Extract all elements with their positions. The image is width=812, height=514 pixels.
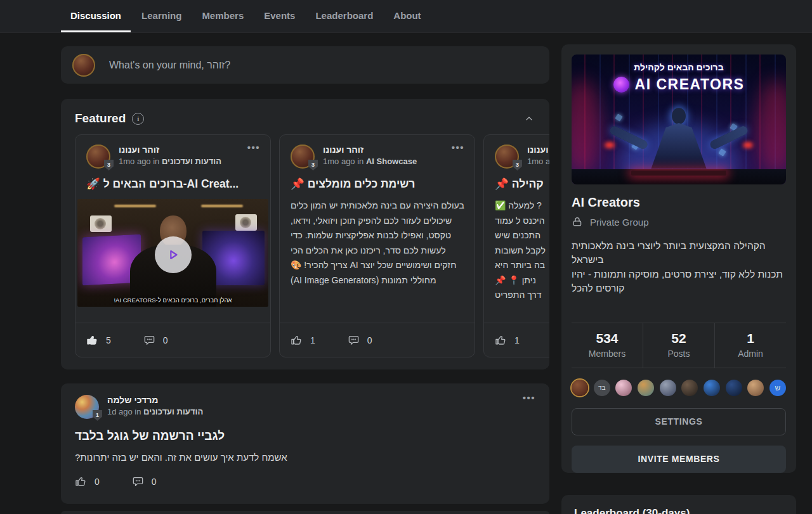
post-meta: 1mo ago in הודעות ועדכונים: [119, 157, 221, 166]
privacy-label: Private Group: [590, 217, 649, 228]
group-stats: 534 Members 52 Posts 1 Admin: [572, 323, 786, 368]
feed-post[interactable]: 1 מרדכי שלמה 1d ago in הודעות ועדכונים •…: [61, 383, 549, 504]
author-name[interactable]: זוהר וענונו: [527, 145, 549, 155]
more-options-icon[interactable]: •••: [247, 145, 260, 151]
post-title[interactable]: 🚀 ברוכים הבאים ל-AI Creat...: [75, 169, 270, 191]
member-avatar[interactable]: [660, 380, 676, 396]
like-count: 0: [95, 477, 100, 487]
post-category[interactable]: הודעות ועדכונים: [162, 157, 221, 166]
banner-keyboard: [631, 170, 726, 176]
tab-members[interactable]: Members: [192, 0, 253, 32]
like-button[interactable]: 1: [291, 334, 315, 346]
brain-logo-icon: [613, 77, 629, 93]
admin-label: Admin: [715, 349, 786, 359]
group-info-card: ברוכים הבאים לקהילת AI CREATORS AI Creat…: [561, 44, 796, 473]
avatar[interactable]: 3: [291, 145, 315, 169]
member-avatar[interactable]: ש: [769, 380, 786, 396]
author-name[interactable]: מרדכי שלמה: [107, 395, 203, 405]
avatar-initials: בד: [598, 384, 606, 391]
members-label: Members: [572, 349, 643, 359]
featured-title: Featured: [75, 112, 126, 125]
featured-carousel: 3 זוהר וענונו 1mo ago in הודעות ועדכונים…: [75, 134, 549, 357]
member-avatar[interactable]: בד: [594, 380, 610, 396]
featured-section: Featured i 3 זוהר וענונו 1mo ago in הודע…: [61, 99, 549, 369]
featured-post-card[interactable]: 3 זוהר וענונו 1mo ago in הודעות ועדכונים…: [75, 134, 271, 357]
more-options-icon[interactable]: •••: [523, 395, 535, 401]
invite-members-button[interactable]: INVITE MEMBERS: [572, 446, 786, 473]
post-title[interactable]: לגביי הרשמה של גוגל בלבד: [75, 429, 535, 443]
posts-count: 52: [643, 331, 714, 346]
member-avatar[interactable]: [615, 380, 632, 396]
studio-light: [114, 205, 156, 207]
like-count: 1: [514, 335, 520, 345]
members-count: 534: [572, 331, 643, 346]
post-title[interactable]: 📌 קהילה: [484, 169, 549, 191]
tab-about[interactable]: About: [384, 0, 430, 32]
post-meta: 1d ago in הודעות ועדכונים: [107, 407, 203, 416]
stat-members[interactable]: 534 Members: [572, 323, 643, 368]
settings-button[interactable]: SETTINGS: [572, 408, 786, 435]
avatar[interactable]: 1: [75, 395, 99, 419]
comment-button[interactable]: 0: [132, 475, 157, 487]
avatar[interactable]: 3: [86, 145, 110, 169]
member-avatar[interactable]: [704, 380, 720, 396]
featured-post-card[interactable]: 3 זוהר וענונו 1mo ago in AI Showcase •••…: [279, 134, 475, 357]
video-thumbnail[interactable]: אהלן חברים, ברוכים הבאים ל-AI CREATORS!: [77, 199, 268, 307]
lock-icon: [572, 216, 583, 228]
banner-figure-hand: [605, 142, 615, 148]
comment-button[interactable]: 0: [143, 334, 168, 346]
avatar-initials: ש: [775, 383, 781, 392]
avatar: [72, 54, 95, 77]
post-category[interactable]: AI Showcase: [366, 157, 417, 166]
member-avatar[interactable]: [726, 380, 742, 396]
post-title[interactable]: 📌 רשימת כלים מומלצים: [280, 169, 475, 191]
composer-prompt[interactable]: What's on your mind, זוהר?: [109, 60, 230, 71]
like-count: 5: [106, 335, 111, 345]
post-body: בעולם היצירה עם בינה מלאכותית יש המון כל…: [280, 191, 475, 288]
tab-events[interactable]: Events: [254, 0, 304, 32]
like-button[interactable]: 5: [86, 334, 111, 346]
tab-leaderboard[interactable]: Leaderboard: [306, 0, 383, 32]
posts-label: Posts: [643, 349, 714, 359]
post-composer[interactable]: What's on your mind, זוהר?: [61, 46, 549, 84]
banner-figure-hand: [743, 142, 753, 148]
member-avatar[interactable]: [572, 380, 588, 396]
tab-discussion[interactable]: Discussion: [61, 0, 131, 32]
top-navigation: Discussion Learning Members Events Leade…: [0, 0, 812, 33]
avatar[interactable]: 3: [495, 145, 519, 169]
tab-learning[interactable]: Learning: [132, 0, 191, 32]
banner-welcome-text: ברוכים הבאים לקהילת: [572, 62, 786, 72]
post-time: 1mo ago in: [527, 157, 549, 166]
author-name[interactable]: זוהר וענונו: [119, 145, 221, 155]
featured-post-card[interactable]: 3 זוהר וענונו 1mo ago in ••• 📌 קהילה ? ל…: [483, 134, 549, 357]
banner-logo-text: AI CREATORS: [635, 76, 745, 93]
like-count: 1: [310, 335, 315, 345]
member-avatar-row: בד ש: [572, 380, 786, 396]
stat-admins[interactable]: 1 Admin: [714, 323, 786, 368]
group-name: AI Creators: [572, 195, 786, 210]
info-icon[interactable]: i: [132, 113, 144, 125]
post-body: ? למעלה ✅ היכנס ל עמוד התכנים שיש לקבל ת…: [484, 191, 549, 303]
stat-posts[interactable]: 52 Posts: [643, 323, 714, 368]
like-button[interactable]: 1: [495, 334, 520, 346]
level-badge: 1: [93, 410, 102, 421]
chevron-up-icon[interactable]: [524, 113, 534, 124]
author-name[interactable]: זוהר וענונו: [323, 145, 417, 155]
play-button[interactable]: [155, 236, 192, 273]
group-banner-image[interactable]: ברוכים הבאים לקהילת AI CREATORS: [572, 55, 786, 184]
comment-button[interactable]: 0: [348, 334, 372, 346]
member-avatar[interactable]: [747, 380, 764, 396]
member-avatar[interactable]: [681, 380, 698, 396]
studio-light: [201, 205, 243, 207]
leaderboard-title: Leaderboard (30-days): [574, 507, 783, 514]
member-avatar[interactable]: [638, 380, 654, 396]
like-button[interactable]: 0: [75, 475, 100, 487]
speaker: [90, 215, 112, 232]
next-post-card-edge: [61, 511, 549, 514]
admin-count: 1: [715, 331, 786, 346]
post-meta: 1mo ago in AI Showcase: [323, 157, 417, 166]
post-category[interactable]: הודעות ועדכונים: [143, 407, 203, 416]
leaderboard-card[interactable]: Leaderboard (30-days): [561, 495, 796, 514]
more-options-icon[interactable]: •••: [452, 145, 464, 151]
group-description: הקהילה המקצועית ביותר ליוצרי בינה מלאכות…: [572, 239, 786, 296]
